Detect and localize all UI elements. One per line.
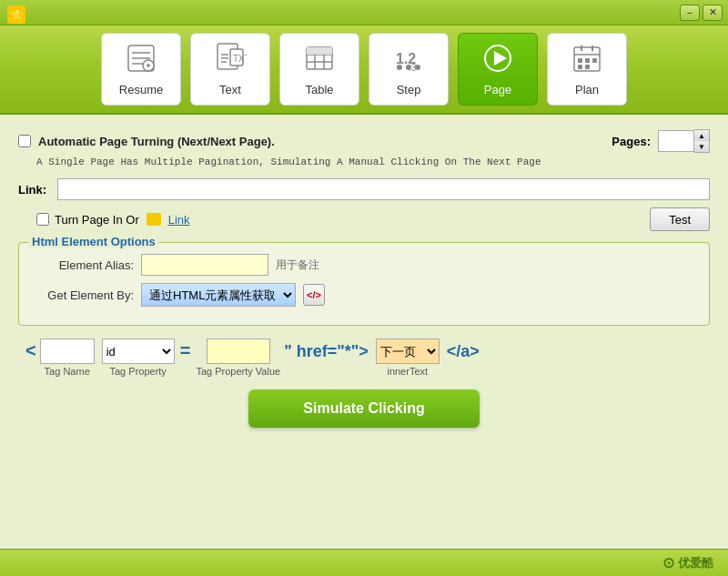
spinner-up[interactable]: ▲ [694,130,709,141]
auto-page-checkbox[interactable] [18,135,31,147]
svg-point-25 [415,65,420,70]
tag-name-input[interactable]: a [40,339,95,364]
turn-page-link: Link [168,213,190,227]
svg-rect-34 [592,58,597,63]
link-label: Link: [18,183,50,197]
element-alias-label: Element Alias: [34,258,134,272]
get-element-label: Get Element By: [34,288,134,302]
text-icon: TXT [214,42,247,79]
svg-rect-20 [324,47,332,55]
spinner-buttons: ▲ ▼ [694,129,710,153]
page-icon [481,42,514,79]
logo-icon: ⊙ [662,554,674,571]
logo: ⊙ 优爱酷 [662,554,713,571]
toolbar-btn-plan[interactable]: Plan [547,33,627,106]
tag-property-value-label: Tag Property Value [196,366,280,377]
auto-page-label: Automatic Page Turning (Next/Next Page). [38,135,275,148]
bottom-bar: ⊙ 优爱酷 [0,549,728,576]
app-icon: 🌟 [7,5,25,24]
main-content: Automatic Page Turning (Next/Next Page).… [0,115,728,576]
href-text: " href="*"> [284,339,369,361]
resume-icon [125,42,157,79]
turn-page-checkbox[interactable] [36,213,49,226]
tag-row: < a Tag Name id Tag Property = Tag Prope… [18,339,710,377]
svg-point-24 [406,65,411,70]
logo-text: 优爱酷 [678,555,713,571]
toolbar-btn-resume[interactable]: Resume [101,33,181,106]
tag-equals-symbol: = [180,339,191,361]
tag-property-value-input[interactable] [207,339,270,364]
element-alias-note: 用于备注 [276,258,319,273]
table-icon [303,42,336,79]
svg-rect-35 [578,65,582,69]
code-button[interactable]: </> [303,284,325,306]
turn-page-icon [147,213,161,226]
html-element-box: Html Element Options Element Alias: 点击下一… [18,242,710,326]
resume-label: Resume [119,83,163,96]
link-input[interactable] [57,178,710,200]
page-label: Page [484,83,511,96]
svg-rect-18 [307,47,315,55]
toolbar-btn-step[interactable]: 1.2 .3 Step [369,33,449,106]
pages-input[interactable]: 3 [658,130,694,152]
svg-marker-27 [494,51,507,66]
svg-rect-33 [585,58,590,63]
tag-open-symbol: < [25,339,36,361]
html-element-title: Html Element Options [28,235,159,248]
tag-name-label: Tag Name [45,366,90,377]
minimize-button[interactable]: − [680,5,700,21]
spinner-down[interactable]: ▼ [694,141,709,152]
plan-label: Plan [575,83,599,96]
toolbar: Resume TXT Text Table 1.2 .3 [0,25,728,115]
table-label: Table [305,83,333,96]
get-element-select[interactable]: 通过HTML元素属性获取 [141,283,296,307]
toolbar-btn-text[interactable]: TXT Text [190,33,270,106]
toolbar-btn-table[interactable]: Table [279,33,359,106]
close-button[interactable]: ✕ [703,5,723,21]
pages-label: Pages: [612,135,651,148]
tag-property-select[interactable]: id [102,339,175,364]
inner-text-select[interactable]: 下一页 [376,339,440,364]
tag-property-label: Tag Property [110,366,167,377]
toolbar-btn-page[interactable]: Page [458,33,538,106]
simulate-clicking-button[interactable]: Simulate Clicking [248,389,479,428]
svg-rect-32 [578,58,582,63]
svg-text:TXT: TXT [233,54,247,64]
description-text: A Single Page Has Multiple Pagination, S… [18,157,710,167]
svg-point-23 [397,65,402,70]
tag-close-symbol: </a> [447,339,480,361]
step-icon: 1.2 .3 [392,42,425,79]
test-button[interactable]: Test [650,207,710,231]
svg-rect-36 [585,65,590,69]
turn-page-label: Turn Page In Or [55,213,139,227]
text-label: Text [219,83,241,96]
plan-icon [571,42,603,79]
inner-text-label: innerText [387,366,428,377]
step-label: Step [397,83,421,96]
element-alias-input[interactable]: 点击下一页 [141,254,268,276]
svg-rect-19 [315,47,324,55]
